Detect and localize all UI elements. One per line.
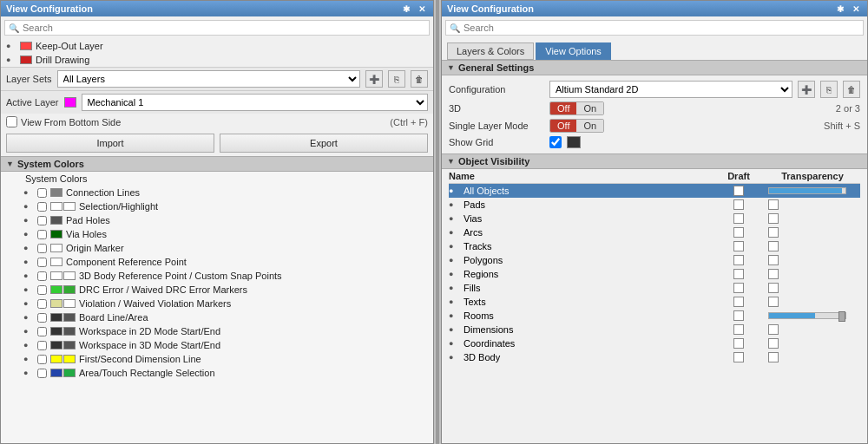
sys-color-item[interactable]: ● Workspace in 2D Mode Start/End: [1, 324, 433, 338]
sys-vis-checkbox[interactable]: [37, 313, 47, 323]
ov-row[interactable]: ● Coordinates: [449, 336, 860, 350]
config-dropdown[interactable]: Altium Standard 2D: [549, 81, 792, 98]
ov-draft-checkbox[interactable]: [733, 241, 744, 251]
3d-off-btn[interactable]: Off: [550, 102, 576, 114]
3d-on-btn[interactable]: On: [576, 102, 603, 114]
ov-draft-checkbox[interactable]: [733, 186, 744, 196]
system-colors-arrow[interactable]: ▼: [6, 160, 14, 168]
active-layer-dropdown[interactable]: Mechanical 1: [82, 94, 428, 111]
sys-color-item[interactable]: ● 3D Body Reference Point / Custom Snap …: [1, 269, 433, 283]
sys-vis-checkbox[interactable]: [37, 258, 47, 267]
layer-item[interactable]: ● Keep-Out Layer: [1, 39, 433, 53]
layer-sets-dropdown[interactable]: All Layers: [57, 70, 360, 88]
ov-row[interactable]: ● All Objects: [449, 184, 860, 198]
sys-color-item[interactable]: ● Board Line/Area: [1, 310, 433, 324]
ov-draft-checkbox[interactable]: [733, 283, 744, 293]
panel-divider[interactable]: [436, 0, 439, 444]
transparency-slider[interactable]: [838, 311, 845, 322]
ov-row[interactable]: ● Vias: [449, 212, 860, 225]
ov-draft-checkbox[interactable]: [733, 324, 744, 335]
layer-sets-add-btn[interactable]: ➕: [365, 70, 383, 88]
transparency-mini-cb[interactable]: [768, 297, 779, 307]
transparency-mini-cb[interactable]: [768, 338, 779, 349]
left-close-btn[interactable]: ✕: [416, 4, 428, 14]
ov-row[interactable]: ● Regions: [449, 267, 860, 281]
layer-sets-copy-btn[interactable]: ⎘: [388, 70, 405, 88]
ov-draft-checkbox[interactable]: [733, 269, 744, 279]
left-search-input[interactable]: [23, 23, 425, 33]
ov-row[interactable]: ● 3D Body: [449, 350, 860, 364]
transparency-bar[interactable]: [768, 187, 846, 194]
ov-row[interactable]: ● Pads: [449, 198, 860, 212]
sys-vis-checkbox[interactable]: [37, 216, 47, 225]
ov-draft-checkbox[interactable]: [733, 199, 744, 210]
sys-vis-checkbox[interactable]: [37, 285, 47, 295]
sys-color-item[interactable]: ● Selection/Highlight: [1, 199, 433, 213]
ov-draft-checkbox[interactable]: [733, 352, 744, 362]
sys-color-item[interactable]: ● Component Reference Point: [1, 255, 433, 269]
ov-draft-checkbox[interactable]: [733, 213, 744, 224]
sys-color-item[interactable]: ● DRC Error / Waived DRC Error Markers: [1, 283, 433, 297]
config-copy-btn[interactable]: ⎘: [820, 81, 838, 98]
ov-draft-checkbox[interactable]: [733, 227, 744, 238]
left-pin-btn[interactable]: ✱: [400, 4, 412, 14]
transparency-mini-cb[interactable]: [768, 283, 779, 293]
sys-vis-checkbox[interactable]: [37, 355, 47, 364]
sys-color-item[interactable]: ● Violation / Waived Violation Markers: [1, 297, 433, 310]
sys-vis-checkbox[interactable]: [37, 341, 47, 350]
ov-draft-checkbox[interactable]: [733, 338, 744, 349]
ov-draft-checkbox[interactable]: [733, 297, 744, 307]
sys-color-item[interactable]: System Colors: [1, 172, 433, 186]
sys-vis-checkbox[interactable]: [37, 188, 47, 198]
single-off-btn[interactable]: Off: [550, 120, 576, 132]
right-close-btn[interactable]: ✕: [850, 4, 862, 14]
transparency-bar[interactable]: [768, 312, 846, 319]
ov-draft-checkbox[interactable]: [733, 310, 744, 321]
right-pin-btn[interactable]: ✱: [834, 4, 846, 14]
sys-color-item[interactable]: ● Area/Touch Rectangle Selection: [1, 366, 433, 380]
sys-vis-checkbox[interactable]: [37, 327, 47, 336]
ov-arrow[interactable]: ▼: [447, 157, 455, 166]
tab-layers--colors[interactable]: Layers & Colors: [447, 42, 534, 60]
view-bottom-checkbox[interactable]: [6, 116, 17, 127]
export-button[interactable]: Export: [220, 134, 428, 153]
show-grid-checkbox[interactable]: [549, 136, 562, 148]
sys-color-item[interactable]: ● First/Second Dimension Line: [1, 352, 433, 366]
layer-item[interactable]: ● Drill Drawing: [1, 53, 433, 67]
sys-vis-checkbox[interactable]: [37, 271, 47, 281]
tab-view-options[interactable]: View Options: [536, 42, 611, 60]
ov-row[interactable]: ● Texts: [449, 295, 860, 309]
transparency-mini-cb[interactable]: [768, 269, 779, 279]
layer-sets-delete-btn[interactable]: 🗑: [411, 70, 428, 88]
grid-color-swatch[interactable]: [567, 136, 581, 148]
sys-vis-checkbox[interactable]: [37, 369, 47, 378]
right-search-input[interactable]: [464, 23, 859, 33]
ov-row[interactable]: ● Tracks: [449, 239, 860, 253]
config-add-btn[interactable]: ➕: [798, 81, 815, 98]
sys-color-item[interactable]: ● Workspace in 3D Mode Start/End: [1, 338, 433, 352]
ov-row[interactable]: ● Fills: [449, 281, 860, 295]
sys-color-item[interactable]: ● Origin Marker: [1, 241, 433, 255]
ov-row[interactable]: ● Rooms: [449, 309, 860, 323]
single-on-btn[interactable]: On: [576, 120, 603, 132]
sys-vis-checkbox[interactable]: [37, 299, 47, 309]
transparency-mini-cb[interactable]: [768, 324, 779, 335]
sys-color-item[interactable]: ● Connection Lines: [1, 186, 433, 199]
transparency-mini-cb[interactable]: [768, 352, 779, 362]
view-bottom-checkbox-label[interactable]: View From Bottom Side: [6, 116, 121, 127]
ov-row[interactable]: ● Polygons: [449, 253, 860, 267]
ov-row[interactable]: ● Dimensions: [449, 323, 860, 336]
sys-color-item[interactable]: ● Pad Holes: [1, 213, 433, 227]
sys-vis-checkbox[interactable]: [37, 244, 47, 253]
transparency-mini-cb[interactable]: [768, 213, 779, 224]
sys-color-item[interactable]: ● Via Holes: [1, 227, 433, 241]
transparency-mini-cb[interactable]: [768, 255, 779, 265]
transparency-mini-cb[interactable]: [768, 199, 779, 210]
sys-vis-checkbox[interactable]: [37, 202, 47, 212]
ov-row[interactable]: ● Arcs: [449, 225, 860, 239]
ov-draft-checkbox[interactable]: [733, 255, 744, 265]
gs-arrow[interactable]: ▼: [447, 63, 455, 72]
import-button[interactable]: Import: [6, 134, 214, 153]
transparency-mini-cb[interactable]: [768, 241, 779, 251]
config-del-btn[interactable]: 🗑: [843, 81, 860, 98]
